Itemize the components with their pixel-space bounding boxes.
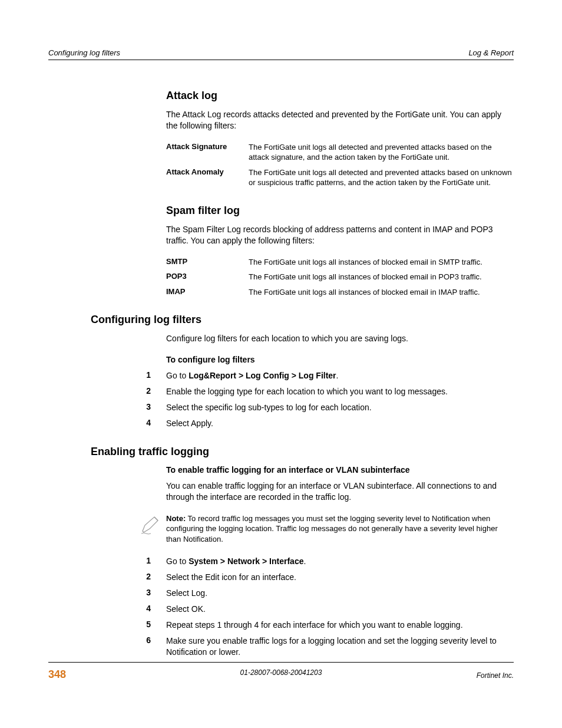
step-text: Enable the logging type for each locatio… [166,386,514,397]
table-row: SMTP The FortiGate unit logs all instanc… [166,257,514,268]
table-row: IMAP The FortiGate unit logs all instanc… [166,287,514,298]
note-block: Note: To record traffic log messages you… [139,513,514,545]
spam-filter-intro: The Spam Filter Log records blocking of … [166,224,514,246]
attack-log-intro: The Attack Log records attacks detected … [166,109,514,131]
step-text: Go to System > Network > Interface. [166,556,514,567]
step-text: Select OK. [166,604,514,615]
page-footer: 348 01-28007-0068-20041203 Fortinet Inc. [48,662,514,681]
traffic-title: Enabling traffic logging [91,446,514,458]
list-item: 2 Select the Edit icon for an interface. [166,572,514,583]
attack-log-title: Attack log [166,90,514,102]
filter-desc: The FortiGate unit logs all detected and… [249,142,514,163]
list-item: 4 Select OK. [166,604,514,615]
step-number: 4 [133,418,151,429]
running-header: Configuring log filters Log & Report [48,48,514,60]
table-row: Attack Signature The FortiGate unit logs… [166,142,514,163]
step-number: 2 [133,572,151,583]
config-subhead: To configure log filters [166,355,514,364]
document-id: 01-28007-0068-20041203 [240,668,322,677]
attack-filter-table: Attack Signature The FortiGate unit logs… [166,142,514,188]
list-item: 5 Repeat steps 1 through 4 for each inte… [166,620,514,631]
step-number: 3 [133,588,151,599]
note-text: Note: To record traffic log messages you… [166,513,514,545]
filter-desc: The FortiGate unit logs all detected and… [249,167,514,188]
step-text: Select Log. [166,588,514,599]
spam-filter-title: Spam filter log [166,205,514,217]
list-item: 3 Select Log. [166,588,514,599]
step-number: 3 [133,402,151,413]
filter-label: Attack Signature [166,142,249,163]
step-text: Make sure you enable traffic logs for a … [166,635,514,658]
header-right: Log & Report [468,48,514,57]
traffic-intro: You can enable traffic logging for an in… [166,480,514,503]
traffic-steps: 1 Go to System > Network > Interface. 2 … [166,556,514,657]
list-item: 3 Select the specific log sub-types to l… [166,402,514,413]
step-number: 1 [133,556,151,567]
step-number: 6 [133,635,151,658]
step-number: 4 [133,604,151,615]
table-row: Attack Anomaly The FortiGate unit logs a… [166,167,514,188]
traffic-subhead: To enable traffic logging for an interfa… [166,465,514,475]
configuring-intro: Configure log filters for each location … [166,333,514,344]
company-name: Fortinet Inc. [477,671,514,680]
filter-label: POP3 [166,272,249,282]
step-text: Repeat steps 1 through 4 for each interf… [166,620,514,631]
config-steps: 1 Go to Log&Report > Log Config > Log Fi… [166,370,514,429]
list-item: 4 Select Apply. [166,418,514,429]
step-text: Select the specific log sub-types to log… [166,402,514,413]
filter-label: IMAP [166,287,249,298]
filter-label: SMTP [166,257,249,268]
spam-filter-table: SMTP The FortiGate unit logs all instanc… [166,257,514,298]
filter-desc: The FortiGate unit logs all instances of… [249,272,514,282]
filter-label: Attack Anomaly [166,167,249,188]
list-item: 1 Go to Log&Report > Log Config > Log Fi… [166,370,514,381]
note-pencil-icon [139,515,163,537]
header-left: Configuring log filters [48,48,120,57]
filter-desc: The FortiGate unit logs all instances of… [249,257,514,268]
step-number: 2 [133,386,151,397]
step-number: 5 [133,620,151,631]
page-number: 348 [48,668,66,681]
list-item: 2 Enable the logging type for each locat… [166,386,514,397]
step-number: 1 [133,370,151,381]
configuring-title: Configuring log filters [91,314,514,326]
table-row: POP3 The FortiGate unit logs all instanc… [166,272,514,282]
step-text: Go to Log&Report > Log Config > Log Filt… [166,370,514,381]
filter-desc: The FortiGate unit logs all instances of… [249,287,514,298]
list-item: 1 Go to System > Network > Interface. [166,556,514,567]
list-item: 6 Make sure you enable traffic logs for … [166,635,514,658]
step-text: Select the Edit icon for an interface. [166,572,514,583]
step-text: Select Apply. [166,418,514,429]
